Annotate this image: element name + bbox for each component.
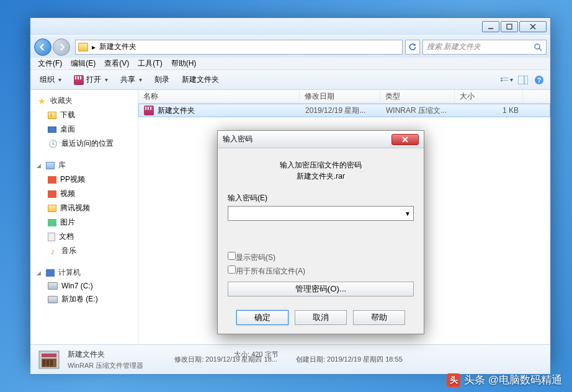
sidebar-item-documents[interactable]: 文档 (30, 229, 138, 244)
dialog-titlebar: 输入密码 (218, 131, 424, 148)
show-password-checkbox[interactable]: 显示密码(S) (228, 252, 414, 263)
svg-point-4 (535, 44, 540, 49)
computer-header[interactable]: ◢计算机 (30, 265, 138, 280)
menu-edit[interactable]: 编辑(E) (67, 57, 99, 70)
library-icon (46, 162, 55, 169)
sidebar-item-ppvideo[interactable]: PP视频 (30, 172, 138, 187)
chevron-down-icon: ▾ (139, 76, 142, 83)
sidebar-item-tencent[interactable]: 腾讯视频 (30, 201, 138, 215)
file-name: 新建文件夹 (158, 105, 195, 116)
help-button[interactable]: 帮助 (353, 310, 405, 325)
view-options-button[interactable]: ▾ (501, 75, 513, 85)
video-icon (48, 176, 56, 184)
search-input[interactable]: 搜索 新建文件夹 (422, 40, 547, 55)
dropdown-icon[interactable]: ▼ (404, 210, 411, 217)
password-label: 输入密码(E) (228, 193, 414, 203)
chevron-down-icon: ▾ (105, 76, 108, 83)
drive-icon (48, 282, 58, 290)
col-size[interactable]: 大小 (455, 90, 523, 103)
status-bar: 新建文件夹 WinRAR 压缩文件管理器 修改日期: 2019/12/19 星期… (30, 344, 550, 374)
download-icon (48, 112, 56, 119)
sidebar-item-desktop[interactable]: 桌面 (30, 122, 138, 136)
libraries-header[interactable]: ◢库 (30, 158, 138, 172)
open-button[interactable]: 打开▾ (69, 73, 112, 87)
svg-rect-8 (501, 80, 503, 81)
watermark: 头 头条 @电脑数码精通 (447, 373, 562, 387)
file-row-selected[interactable]: 新建文件夹 2019/12/19 星期... WINRAR 压缩文... 1 K… (138, 104, 550, 117)
drive-icon (48, 296, 58, 303)
breadcrumb[interactable]: ▸ 新建文件夹 (75, 40, 403, 55)
manage-passwords-button[interactable]: 管理密码(O)... (228, 282, 414, 296)
svg-rect-1 (507, 24, 512, 29)
cancel-button[interactable]: 取消 (295, 310, 347, 325)
status-title: 新建文件夹 (68, 349, 143, 360)
status-subtitle: WinRAR 压缩文件管理器 (68, 361, 143, 370)
forward-button[interactable] (53, 38, 70, 56)
col-date[interactable]: 修改日期 (300, 90, 380, 103)
dialog-title: 输入密码 (223, 134, 391, 145)
svg-rect-7 (503, 78, 509, 78)
sidebar-item-recent[interactable]: 🕓最近访问的位置 (30, 136, 138, 151)
winrar-large-icon (37, 347, 61, 372)
sidebar-item-pictures[interactable]: 图片 (30, 215, 138, 229)
minimize-button[interactable] (482, 21, 499, 32)
menu-view[interactable]: 查看(V) (101, 57, 133, 70)
sidebar-item-downloads[interactable]: 下载 (30, 108, 138, 122)
svg-rect-6 (501, 78, 503, 79)
refresh-button[interactable] (405, 40, 420, 55)
sidebar-item-music[interactable]: ♪音乐 (30, 244, 138, 258)
desktop-icon (48, 127, 56, 133)
ok-button[interactable]: 确定 (236, 310, 288, 325)
col-name[interactable]: 名称 (138, 90, 300, 103)
window-titlebar (30, 18, 550, 35)
navigation-sidebar: ★收藏夹 下载 桌面 🕓最近访问的位置 ◢库 PP视频 视频 腾讯视频 图片 文… (30, 90, 138, 344)
back-button[interactable] (34, 38, 51, 56)
breadcrumb-folder[interactable]: 新建文件夹 (99, 42, 136, 52)
document-icon (48, 233, 55, 241)
file-type: WINRAR 压缩文... (381, 105, 455, 116)
organize-button[interactable]: 组织▾ (35, 73, 66, 87)
menu-tools[interactable]: 工具(T) (134, 57, 166, 70)
dialog-message-1: 输入加密压缩文件的密码 (228, 159, 414, 171)
computer-icon (46, 269, 55, 277)
toutiao-logo-icon: 头 (447, 373, 460, 387)
maximize-button[interactable] (501, 21, 518, 32)
sidebar-item-video[interactable]: 视频 (30, 187, 138, 201)
sidebar-item-drive-e[interactable]: 新加卷 (E:) (30, 292, 138, 306)
winrar-icon (74, 75, 84, 85)
all-files-checkbox[interactable]: 用于所有压缩文件(A) (228, 265, 414, 277)
menu-file[interactable]: 文件(F) (34, 57, 66, 70)
menu-bar: 文件(F) 编辑(E) 查看(V) 工具(T) 帮助(H) (30, 58, 550, 70)
password-dialog: 输入密码 输入加密压缩文件的密码 新建文件夹.rar 输入密码(E) ▼ 显示密… (217, 130, 424, 334)
svg-rect-9 (503, 80, 509, 81)
col-type[interactable]: 类型 (380, 90, 455, 103)
music-icon: ♪ (48, 246, 58, 256)
dialog-message-2: 新建文件夹.rar (228, 171, 414, 182)
toolbar: 组织▾ 打开▾ 共享▾ 刻录 新建文件夹 ▾ ? (30, 70, 550, 90)
close-button[interactable] (519, 21, 547, 32)
collapse-icon: ◢ (37, 163, 41, 169)
column-headers: 名称 修改日期 类型 大小 (138, 90, 550, 104)
dialog-close-button[interactable] (391, 134, 419, 145)
menu-help[interactable]: 帮助(H) (168, 57, 200, 70)
star-icon: ★ (37, 96, 47, 106)
svg-rect-15 (42, 354, 56, 357)
folder-icon (78, 43, 88, 51)
preview-pane-button[interactable] (517, 75, 529, 85)
svg-line-5 (539, 48, 542, 51)
favorites-header[interactable]: ★收藏夹 (30, 94, 138, 108)
share-button[interactable]: 共享▾ (116, 73, 146, 87)
svg-rect-17 (43, 360, 45, 366)
video-icon (48, 190, 56, 198)
file-date: 2019/12/19 星期... (300, 105, 381, 116)
password-input[interactable]: ▼ (228, 206, 414, 221)
search-placeholder: 搜索 新建文件夹 (427, 42, 530, 52)
collapse-icon: ◢ (37, 270, 41, 276)
svg-rect-18 (47, 360, 49, 366)
burn-button[interactable]: 刻录 (150, 73, 174, 87)
help-button[interactable]: ? (533, 75, 545, 85)
address-bar: ▸ 新建文件夹 搜索 新建文件夹 (30, 35, 550, 58)
svg-text:?: ? (537, 76, 542, 84)
sidebar-item-drive-c[interactable]: Win7 (C:) (30, 280, 138, 292)
new-folder-button[interactable]: 新建文件夹 (177, 73, 223, 87)
